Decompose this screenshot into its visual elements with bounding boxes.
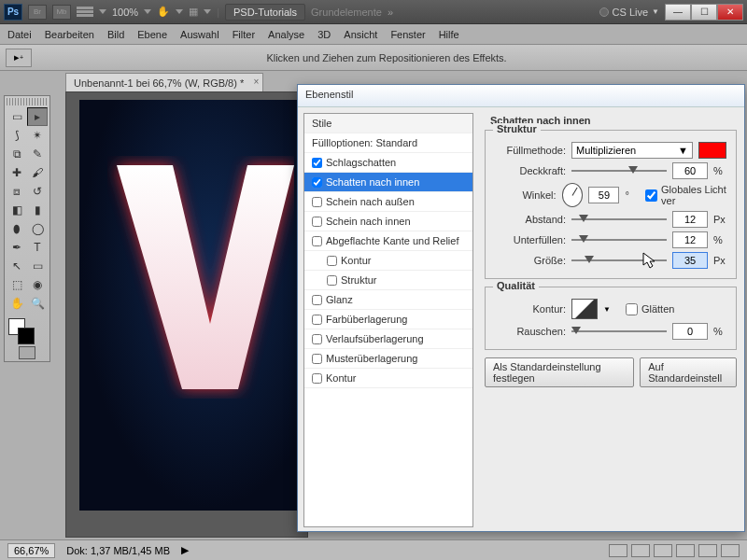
style-kontur-sub[interactable]: Kontur [304,251,472,271]
close-icon[interactable]: × [253,77,259,87]
zoom-field[interactable]: 66,67% [7,543,55,558]
workspace-button[interactable]: PSD-Tutorials [225,4,305,21]
global-light-input[interactable] [645,189,657,202]
angle-dial[interactable] [562,183,584,207]
quickmask-toggle[interactable] [19,346,35,359]
dialog-title[interactable]: Ebenenstil [298,85,744,107]
zoom-tool[interactable]: 🔍 [27,294,48,313]
stamp-tool[interactable]: ⧈ [7,182,27,201]
style-farbueberlagerung[interactable]: Farbüberlagerung [304,310,472,329]
global-light-checkbox[interactable]: Globales Licht ver [645,184,730,206]
expand-icon[interactable]: » [388,7,393,18]
move-tool-indicator[interactable]: ▸+ [6,49,32,67]
menu-filter[interactable]: Filter [233,29,255,40]
cs-live-button[interactable]: CS Live▼ [599,7,659,18]
style-checkbox[interactable] [312,334,322,344]
type-tool[interactable]: T [27,238,48,257]
style-checkbox[interactable] [312,158,322,168]
reset-default-button[interactable]: Auf Standardeinstell [640,357,737,387]
lasso-tool[interactable]: ⟆ [7,126,27,145]
3d-camera-tool[interactable]: ◉ [27,275,48,294]
style-checkbox[interactable] [312,197,322,207]
panel-handle[interactable] [7,98,48,105]
menu-ebene[interactable]: Ebene [137,29,167,40]
marquee-tool[interactable]: ▭ [7,107,27,126]
zoom-level[interactable]: 100% [112,7,138,18]
style-schein-nach-aussen[interactable]: Schein nach außen [304,192,472,212]
noise-slider[interactable] [571,325,667,338]
status-icon[interactable] [721,544,740,557]
eraser-tool[interactable]: ◧ [7,201,27,219]
blur-tool[interactable]: ⬮ [7,219,27,238]
menu-analyse[interactable]: Analyse [268,29,304,40]
status-icon[interactable] [654,544,672,557]
view-icon[interactable]: ▦ [189,6,198,18]
style-checkbox[interactable] [327,256,337,266]
angle-input[interactable]: 59 [588,187,619,203]
color-swatch[interactable] [698,142,726,159]
status-icon[interactable] [698,544,717,557]
distance-input[interactable]: 12 [672,211,708,228]
distance-slider[interactable] [571,213,667,226]
arrange-icon[interactable] [77,7,93,17]
menu-bearbeiten[interactable]: Bearbeiten [45,29,94,40]
mini-bridge-icon[interactable]: Mb [52,5,71,20]
styles-header[interactable]: Stile [304,114,472,133]
opacity-input[interactable]: 60 [672,162,708,179]
canvas[interactable] [79,100,308,511]
eyedropper-tool[interactable]: ✎ [27,145,48,163]
document-tab[interactable]: Unbenannt-1 bei 66,7% (W, RGB/8) * × [65,73,263,91]
style-checkbox[interactable] [312,236,322,246]
move-tool[interactable]: ▸ [27,107,48,126]
antialias-checkbox[interactable]: Glätten [626,303,674,315]
brush-tool[interactable]: 🖌 [27,163,48,182]
contour-picker[interactable] [571,299,598,319]
chevron-down-icon[interactable] [204,9,211,14]
choke-input[interactable]: 12 [672,231,708,248]
style-checkbox[interactable] [312,217,322,227]
style-musterueberlagerung[interactable]: Musterüberlagerung [304,349,472,369]
status-icon[interactable] [631,544,650,557]
fill-options-item[interactable]: Füllloptionen: Standard [304,133,472,153]
style-glanz[interactable]: Glanz [304,290,472,310]
chevron-down-icon[interactable] [144,9,151,14]
background-swatch[interactable] [18,328,35,344]
gradient-tool[interactable]: ▮ [27,201,48,219]
size-input[interactable]: 35 [672,252,708,269]
menu-3d[interactable]: 3D [317,29,331,40]
fill-method-select[interactable]: Multiplizieren▼ [571,142,693,159]
chevron-right-icon[interactable]: ▶ [181,544,189,556]
3d-tool[interactable]: ⬚ [7,275,27,294]
chevron-down-icon[interactable] [99,9,106,14]
style-checkbox[interactable] [312,373,322,384]
bridge-icon[interactable]: Br [28,5,47,20]
style-checkbox[interactable] [312,315,322,325]
maximize-button[interactable]: ☐ [691,4,717,21]
pen-tool[interactable]: ✒ [7,238,27,257]
style-bevel[interactable]: Abgeflachte Kante und Relief [304,231,472,251]
opacity-slider[interactable] [571,164,667,177]
style-verlaufueberlagerung[interactable]: Verlaufsüberlagerung [304,329,472,349]
menu-auswahl[interactable]: Auswahl [180,29,219,40]
style-schlagschatten[interactable]: Schlagschatten [304,153,472,173]
minimize-button[interactable]: — [665,4,691,21]
style-checkbox[interactable] [312,177,322,188]
dodge-tool[interactable]: ◯ [27,219,48,238]
noise-input[interactable]: 0 [672,323,708,340]
wand-tool[interactable]: ✴ [27,126,48,145]
style-schein-nach-innen[interactable]: Schein nach innen [304,212,472,231]
shape-tool[interactable]: ▭ [27,257,48,275]
style-struktur-sub[interactable]: Struktur [304,271,472,290]
crop-tool[interactable]: ⧉ [7,145,27,163]
size-slider[interactable] [571,254,667,267]
color-swatches[interactable] [7,316,48,344]
antialias-input[interactable] [626,303,638,315]
menu-fenster[interactable]: Fenster [390,29,425,40]
menu-hilfe[interactable]: Hilfe [439,29,459,40]
path-tool[interactable]: ↖ [7,257,27,275]
menu-bild[interactable]: Bild [107,29,124,40]
hand-tool[interactable]: ✋ [7,294,27,313]
chevron-down-icon[interactable]: ▼ [603,305,611,314]
menu-datei[interactable]: Datei [7,29,32,40]
style-checkbox[interactable] [312,354,322,364]
